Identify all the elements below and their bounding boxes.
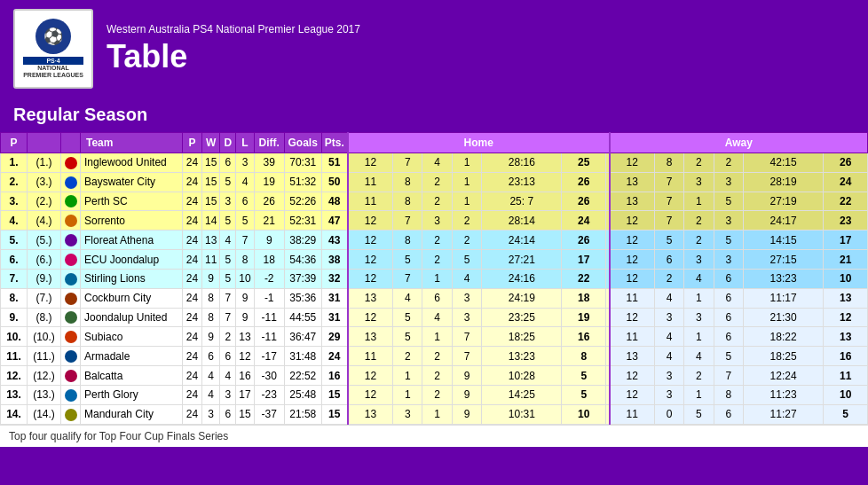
cell-diff: -37 xyxy=(254,404,284,424)
cell-pos: 9. xyxy=(1,308,28,327)
cell-p: 24 xyxy=(183,366,202,386)
cell-a3: 1 xyxy=(684,192,714,211)
cell-a2: 8 xyxy=(654,153,683,173)
cell-p: 24 xyxy=(183,269,202,288)
cell-hpts: 19 xyxy=(562,308,606,327)
cell-a1: 11 xyxy=(610,404,655,424)
col-pos: P xyxy=(1,133,28,153)
cell-apts: 10 xyxy=(824,269,868,288)
cell-goals: 21:58 xyxy=(284,404,321,424)
cell-a3: 3 xyxy=(684,250,714,270)
ps4-badge: PS·4 xyxy=(23,57,83,65)
table-row: 1. (1.) Inglewood United 24 15 6 3 39 70… xyxy=(1,153,868,173)
cell-h1: 12 xyxy=(348,269,393,288)
cell-hpts: 22 xyxy=(562,269,606,288)
cell-agoals: 28:19 xyxy=(743,172,823,192)
cell-w: 15 xyxy=(202,153,220,173)
cell-goals: 36:47 xyxy=(284,327,321,347)
cell-h3: 2 xyxy=(422,347,452,366)
cell-h3: 2 xyxy=(422,385,452,404)
cell-a2: 4 xyxy=(654,327,683,347)
cell-icon xyxy=(61,404,81,424)
cell-h2: 8 xyxy=(393,192,422,211)
cell-w: 11 xyxy=(202,250,220,270)
cell-goals: 31:48 xyxy=(284,347,321,366)
cell-diff: -2 xyxy=(254,269,284,288)
cell-diff: 18 xyxy=(254,250,284,270)
cell-h3: 4 xyxy=(422,153,452,173)
cell-h4: 2 xyxy=(452,231,481,250)
cell-a1: 12 xyxy=(610,153,655,173)
cell-l: 8 xyxy=(236,250,254,270)
cell-h2: 8 xyxy=(393,172,422,192)
cell-h3: 2 xyxy=(422,172,452,192)
table-row: 7. (9.) Stirling Lions 24 9 5 10 -2 37:3… xyxy=(1,269,868,288)
cell-a1: 12 xyxy=(610,269,655,288)
cell-p: 24 xyxy=(183,231,202,250)
cell-diff: 21 xyxy=(254,211,284,231)
cell-hgoals: 14:25 xyxy=(482,385,562,404)
cell-pts: 50 xyxy=(321,172,348,192)
cell-icon xyxy=(61,308,81,327)
cell-team: Sorrento xyxy=(81,211,183,231)
cell-pts: 43 xyxy=(321,231,348,250)
cell-h4: 2 xyxy=(452,211,481,231)
table-row: 10. (10.) Subiaco 24 9 2 13 -11 36:47 29… xyxy=(1,327,868,347)
cell-team: Cockburn City xyxy=(81,288,183,308)
cell-h2: 4 xyxy=(393,288,422,308)
col-p: P xyxy=(183,133,202,153)
cell-apts: 17 xyxy=(824,231,868,250)
cell-a3: 1 xyxy=(684,385,714,404)
cell-l: 13 xyxy=(236,327,254,347)
cell-team: Balcatta xyxy=(81,366,183,386)
cell-agoals: 12:24 xyxy=(743,366,823,386)
cell-pos: 5. xyxy=(1,231,28,250)
cell-d: 3 xyxy=(220,385,236,404)
cell-pos: 14. xyxy=(1,404,28,424)
cell-h2: 5 xyxy=(393,327,422,347)
cell-a2: 7 xyxy=(654,211,683,231)
cell-l: 7 xyxy=(236,231,254,250)
cell-rank: (14.) xyxy=(28,404,61,424)
cell-p: 24 xyxy=(183,327,202,347)
cell-agoals: 14:15 xyxy=(743,231,823,250)
cell-a4: 6 xyxy=(714,269,743,288)
cell-w: 15 xyxy=(202,172,220,192)
cell-agoals: 11:27 xyxy=(743,404,823,424)
cell-p: 24 xyxy=(183,288,202,308)
cell-d: 7 xyxy=(220,308,236,327)
cell-icon xyxy=(61,172,81,192)
cell-h4: 1 xyxy=(452,172,481,192)
cell-apts: 10 xyxy=(824,385,868,404)
logo-text: NATIONALPREMIER LEAGUES xyxy=(23,65,83,80)
cell-rank: (7.) xyxy=(28,288,61,308)
cell-hgoals: 10:31 xyxy=(482,404,562,424)
cell-team: Stirling Lions xyxy=(81,269,183,288)
cell-pos: 2. xyxy=(1,172,28,192)
cell-rank: (1.) xyxy=(28,153,61,173)
cell-icon xyxy=(61,192,81,211)
cell-h4: 3 xyxy=(452,288,481,308)
cell-apts: 26 xyxy=(824,153,868,173)
cell-rank: (10.) xyxy=(28,327,61,347)
cell-a4: 5 xyxy=(714,192,743,211)
cell-h1: 12 xyxy=(348,250,393,270)
cell-a3: 1 xyxy=(684,288,714,308)
cell-diff: -11 xyxy=(254,327,284,347)
col-home-group: Home xyxy=(348,133,610,153)
cell-a4: 6 xyxy=(714,404,743,424)
cell-h4: 4 xyxy=(452,269,481,288)
cell-team: Floreat Athena xyxy=(81,231,183,250)
cell-diff: -30 xyxy=(254,366,284,386)
cell-pos: 6. xyxy=(1,250,28,270)
cell-pts: 51 xyxy=(321,153,348,173)
cell-p: 24 xyxy=(183,385,202,404)
cell-pts: 38 xyxy=(321,250,348,270)
cell-d: 6 xyxy=(220,347,236,366)
cell-a1: 11 xyxy=(610,327,655,347)
col-w: W xyxy=(202,133,220,153)
cell-a4: 5 xyxy=(714,231,743,250)
cell-icon xyxy=(61,231,81,250)
column-header-row: P Team P W D L Diff. Goals Pts. Home Awa… xyxy=(1,133,868,153)
cell-a2: 3 xyxy=(654,308,683,327)
